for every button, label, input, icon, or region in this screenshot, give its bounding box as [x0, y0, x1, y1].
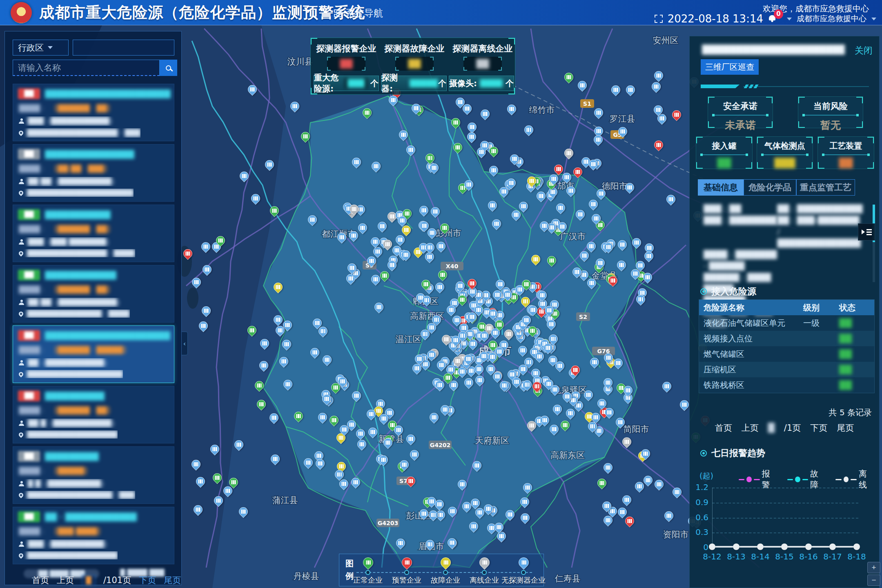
table-row[interactable]: 视频接入点位██: [699, 331, 874, 346]
chart-data-point[interactable]: [805, 543, 812, 550]
location-pin-icon: [19, 431, 24, 438]
enterprise-name: ███████████: [45, 210, 111, 219]
table-row[interactable]: 铁路栈桥区██: [699, 377, 874, 393]
enterprise-list-item[interactable]: ████████████████████████████：【██████ · █…: [13, 84, 174, 141]
last-page-button[interactable]: 尾页: [837, 422, 854, 434]
status-badge: ██: [18, 88, 40, 99]
region-value-box[interactable]: [73, 40, 174, 56]
close-button[interactable]: 关闭: [855, 45, 873, 57]
last-page-button[interactable]: 尾页: [164, 575, 181, 586]
svg-text:高新西区: 高新西区: [410, 311, 444, 321]
chart-data-point[interactable]: [829, 543, 836, 550]
chart-data-point[interactable]: [853, 543, 860, 550]
legend-node: [482, 570, 487, 575]
enterprise-list-item[interactable]: ████ · ████████████████：【███ ████】███（██…: [13, 507, 174, 564]
plant-3d-tour-button[interactable]: 三维厂区巡查: [701, 59, 759, 75]
chart-x-tick: 8-15: [773, 552, 796, 561]
legend-node: [404, 570, 409, 575]
chart-y-tick: 0.3: [690, 527, 708, 537]
camera-counter: 摄像头:████个: [449, 76, 514, 91]
chevron-down-icon[interactable]: [871, 18, 876, 20]
tab-basic-info[interactable]: 基础信息: [698, 179, 744, 196]
chart-y-tick: 1.2: [690, 482, 708, 492]
current-user[interactable]: 成都市应急救援中心: [797, 13, 866, 24]
first-page-button[interactable]: 首页: [32, 575, 49, 586]
prev-page-button[interactable]: 上页: [742, 422, 759, 434]
table-row[interactable]: 燃气储罐区██: [699, 346, 874, 362]
chart-legend-item[interactable]: 故障: [787, 468, 825, 490]
offline-enterprises-value[interactable]: ██: [463, 57, 502, 71]
svg-text:G4202: G4202: [430, 442, 450, 448]
status-badge: ██: [18, 390, 40, 401]
header-bar: 成都市重大危险源（危险化学品）监测预警系统 系统导航 欢迎您，成都市应急救援中心…: [0, 0, 882, 25]
address-row: █████████████████: [19, 551, 118, 559]
notification-bell[interactable]: 0: [768, 14, 776, 23]
next-page-button[interactable]: 下页: [810, 422, 827, 434]
enterprise-list-item[interactable]: ███████████████████████████：【██████ · ██…: [13, 325, 174, 383]
region-select-label: 行政区: [18, 42, 44, 53]
chart-y-tick: 0.9: [690, 497, 708, 507]
svg-text:什邡市: 什邡市: [548, 181, 575, 191]
info-scrollbar[interactable]: [873, 205, 875, 282]
info-row: ██████：████: [704, 272, 864, 283]
status-badge: ██: [18, 270, 40, 281]
search-input[interactable]: [13, 60, 160, 76]
svg-text:高新东区: 高新东区: [550, 450, 585, 460]
svg-text:郫都区: 郫都区: [413, 296, 439, 306]
tab-key-processes[interactable]: 重点监管工艺: [796, 179, 855, 196]
person-icon: [19, 300, 24, 305]
page-title: 成都市重大危险源（危险化学品）监测预警系统: [39, 0, 365, 25]
system-nav-button[interactable]: 系统导航: [334, 7, 383, 20]
zoom-out-button[interactable]: −: [867, 575, 880, 586]
bullet-icon: [700, 288, 707, 295]
enterprise-sidebar: 行政区 ████████████████████████████：【██████…: [4, 31, 182, 585]
enterprise-name: █████████████████████: [45, 331, 170, 340]
table-pagination: 首页 上页 █ /1页 下页 尾页: [690, 422, 879, 434]
enterprise-name: ██████████████████████: [45, 89, 171, 98]
next-page-button[interactable]: 下页: [139, 575, 156, 586]
collapse-panel-button[interactable]: [858, 223, 875, 241]
chart-data-point[interactable]: [781, 543, 788, 550]
region-select[interactable]: 行政区: [13, 40, 69, 56]
svg-text:彭州市: 彭州市: [436, 228, 461, 238]
enterprise-list-item[interactable]: █████████████████████：【██ ██ · ███】██ ██…: [13, 144, 174, 202]
enterprise-list-item[interactable]: █████████████████：【██████ · ██】███（███ █…: [13, 205, 174, 262]
svg-text:G76: G76: [597, 348, 610, 354]
prev-page-button[interactable]: 上页: [57, 575, 74, 586]
zoom-in-button[interactable]: +: [867, 562, 880, 573]
enterprise-list-item[interactable]: ████████████████：【██████ · ██】██ █（█████…: [13, 386, 174, 443]
system-nav-label: 系统导航: [345, 7, 383, 20]
chart-data-point[interactable]: [733, 543, 739, 550]
page-input[interactable]: █: [768, 423, 775, 433]
chart-legend-item[interactable]: 离线: [835, 468, 873, 490]
fullscreen-icon[interactable]: [655, 15, 663, 23]
enterprise-type-row: ████：【███ ████】: [19, 527, 104, 536]
status-badge: ██: [18, 330, 40, 341]
address-row: ███████████████ · ████: [19, 249, 135, 257]
page-input[interactable]: █: [82, 575, 96, 586]
chart-data-point[interactable]: [757, 543, 764, 550]
enterprise-type-row: ████：【██████ · ██】: [19, 225, 114, 234]
enterprise-list-item[interactable]: ██████████████████：【██████ · ██】██ ██（██…: [13, 265, 174, 323]
sidebar-collapse-tab[interactable]: ‹: [182, 332, 188, 355]
alarm-enterprises-value[interactable]: ██: [327, 57, 365, 71]
fault-enterprises-value[interactable]: ██: [395, 57, 434, 71]
chart-x-tick: 8-16: [797, 552, 820, 561]
first-page-button[interactable]: 首页: [715, 422, 732, 434]
svg-text:龙泉驿区: 龙泉驿区: [552, 385, 587, 395]
table-row[interactable]: 压缩机区██: [699, 362, 874, 377]
legend-pin-icon: [439, 555, 453, 570]
enterprise-list-item[interactable]: ███████████████：【█████】█ █（██████████）██…: [13, 446, 174, 504]
info-row: ██████████████: [704, 237, 864, 249]
table-row[interactable]: 液化石油气储罐区单元一级██: [699, 315, 874, 331]
chevron-down-icon[interactable]: [787, 18, 792, 20]
svg-text:S1: S1: [583, 100, 591, 107]
tab-hazardous-chemicals[interactable]: 危险化学品: [744, 179, 796, 196]
detector-stats-panel: 探测器报警企业 探测器故障企业 探测器离线企业 ██ ██ ██ 重大危险源:█…: [310, 38, 515, 95]
search-button[interactable]: [160, 60, 177, 76]
chart-data-point[interactable]: [709, 543, 715, 550]
status-badge: ██: [18, 149, 40, 160]
chart-legend-item[interactable]: 报警: [739, 468, 777, 490]
chart-y-tick: 0: [690, 542, 708, 552]
person-icon: [19, 360, 24, 365]
